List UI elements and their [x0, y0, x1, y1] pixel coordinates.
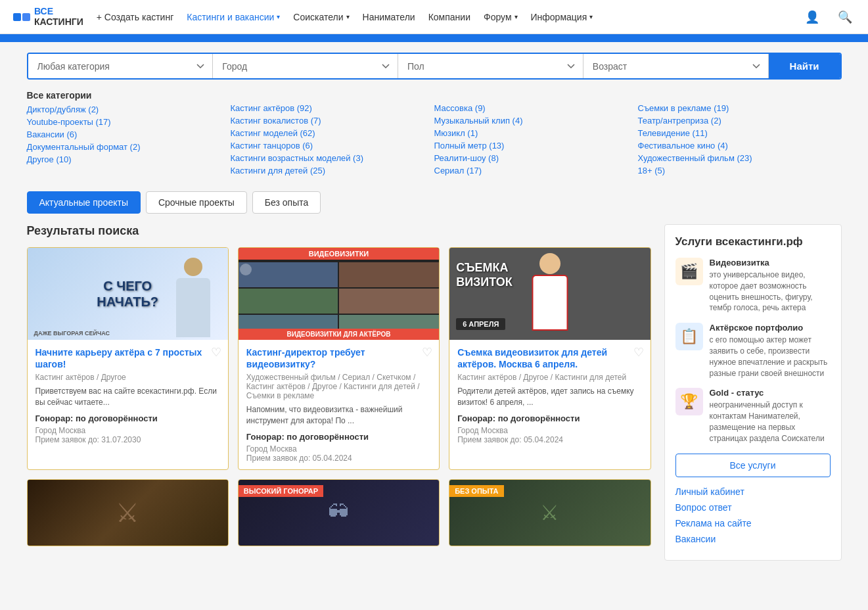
search-icon[interactable]: 🔍	[835, 7, 855, 27]
favorite-icon-1[interactable]: ♡	[211, 345, 221, 360]
filter-active-btn[interactable]: Актуальные проекты	[27, 191, 141, 214]
casting-card-5: ВЫСОКИЙ ГОНОРАР 🕶	[238, 479, 440, 546]
nav-nanimateli-link[interactable]: Наниматели	[363, 12, 415, 22]
card-deadline-2: Прием заявок до: 05.04.2024	[246, 454, 431, 463]
cat-link[interactable]: Кастинг моделей (62)	[231, 128, 428, 138]
service-text-3: Gold - статус неограниченный доступ к ко…	[710, 388, 831, 444]
nav-forum-link[interactable]: Форум ▾	[484, 12, 518, 22]
user-icon[interactable]: 👤	[802, 7, 822, 27]
service-item-1: 🎬 Видеовизитка это универсальное видео, …	[675, 258, 831, 314]
videovizitka-icon: 🎬	[675, 258, 703, 285]
cat-link[interactable]: Сериал (17)	[434, 166, 631, 176]
sidebar-links: Личный кабинет Вопрос ответ Реклама на с…	[675, 486, 831, 544]
card-person-figure	[169, 254, 218, 340]
cat-link[interactable]: Фестивальное кино (4)	[638, 141, 835, 151]
logo[interactable]: ВСЕ КАСТИНГИ	[13, 7, 83, 27]
sidebar-link-vacancies[interactable]: Вакансии	[675, 534, 831, 544]
cat-link[interactable]: Съемки в рекламе (19)	[638, 103, 835, 113]
card-deadline-3: Прием заявок до: 05.04.2024	[457, 435, 642, 444]
cat-link[interactable]: Кастинги возрастных моделей (3)	[231, 153, 428, 163]
service-item-2: 📋 Актёрское портфолио с его помощью акте…	[675, 323, 831, 379]
vg-cell	[339, 289, 439, 314]
sidebar-link-ads[interactable]: Реклама на сайте	[675, 518, 831, 528]
nav-kastingi-link[interactable]: Кастинги и вакансии ▾	[187, 12, 280, 22]
person-body	[176, 278, 210, 337]
search-button[interactable]: Найти	[769, 54, 840, 78]
results-title: Результаты поиска	[27, 224, 651, 238]
services-section: Услуги всекастинги.рф 🎬 Видеовизитка это…	[664, 224, 842, 561]
gender-select[interactable]: Пол	[398, 54, 583, 78]
favorite-icon-3[interactable]: ♡	[633, 345, 644, 360]
cat-link[interactable]: Массовка (9)	[434, 103, 631, 113]
blue-banner	[0, 34, 868, 42]
cat-link[interactable]: Реалити-шоу (8)	[434, 153, 631, 163]
create-casting-link[interactable]: + Создать кастинг	[97, 12, 173, 22]
categories-header: Все категории	[27, 90, 224, 101]
sidebar-link-cabinet[interactable]: Личный кабинет	[675, 486, 831, 497]
cat-link[interactable]: Другое (10)	[27, 154, 224, 164]
cat-link[interactable]: Документальный формат (2)	[27, 142, 224, 152]
card-image-4: ВЫСОКИЙ ГОНОРАР ⚔	[28, 480, 228, 546]
casting-card-1: С ЧЕГОНАЧАТЬ? ДАЖЕ ВЫГОРАЯ СЕЙЧАС ♡ Начн…	[27, 247, 229, 470]
casting-card-4: ВЫСОКИЙ ГОНОРАР ⚔	[27, 479, 229, 546]
logo-icon	[13, 13, 30, 21]
chevron-down-icon: ▾	[277, 13, 280, 20]
card-title-2[interactable]: Кастинг-директор требует видеовизитку?	[246, 346, 431, 370]
cat-link[interactable]: Мюзикл (1)	[434, 128, 631, 138]
age-select[interactable]: Возраст	[583, 54, 769, 78]
card-image-6: БЕЗ ОПЫТА ⚔	[449, 480, 650, 546]
categories-section: Все категории Диктор/дубляж (2) Youtube-…	[27, 90, 842, 178]
cat-link[interactable]: Кастинги для детей (25)	[231, 166, 428, 176]
cat-link[interactable]: Кастинг актёров (92)	[231, 103, 428, 113]
filter-urgent-btn[interactable]: Срочные проекты	[146, 191, 247, 214]
casting-card-6: БЕЗ ОПЫТА ⚔	[449, 479, 651, 546]
card-red-banner-2: ВИДЕОВИЗИТКИ	[239, 248, 439, 260]
logo-text: ВСЕ КАСТИНГИ	[34, 7, 83, 27]
nav-kompanii-link[interactable]: Компании	[428, 12, 470, 22]
search-bar: Любая категория Город Пол Возраст Найти	[27, 53, 842, 80]
cards-area: Результаты поиска С ЧЕГОНАЧАТЬ? ДАЖЕ ВЫГ…	[27, 224, 651, 571]
nav-info-link[interactable]: Информация ▾	[531, 12, 593, 22]
cat-link[interactable]: Полный метр (13)	[434, 141, 631, 151]
service-name-1: Видеовизитка	[710, 258, 831, 268]
card-desc-2: Напомним, что видеовизитка - важнейший и…	[246, 404, 431, 427]
card-img-icon-6: ⚔	[540, 500, 559, 525]
category-select[interactable]: Любая категория	[28, 54, 214, 78]
all-services-button[interactable]: Все услуги	[675, 454, 831, 477]
service-item-3: 🏆 Gold - статус неограниченный доступ к …	[675, 388, 831, 444]
favorite-icon-2[interactable]: ♡	[422, 345, 432, 360]
card-fee-1: Гонорар: по договорённости	[35, 413, 220, 423]
cat-link[interactable]: 18+ (5)	[638, 166, 835, 176]
filter-noexp-btn[interactable]: Без опыта	[252, 191, 321, 214]
cat-link[interactable]: Художественный фильм (23)	[638, 153, 835, 163]
cat-link[interactable]: Youtube-проекты (17)	[27, 117, 224, 127]
cat-col-3: Массовка (9) Музыкальный клип (4) Мюзикл…	[434, 90, 638, 178]
cat-link[interactable]: Кастинг танцоров (6)	[231, 141, 428, 151]
services-title: Услуги всекастинги.рф	[675, 235, 831, 248]
card-location-1: Город Москва	[35, 426, 220, 435]
card-img-icon-4: ⚔	[116, 498, 139, 528]
cat-link[interactable]: Телевидение (11)	[638, 128, 835, 138]
casting-card-3: СЪЕМКАВИЗИТОК 6 АПРЕЛЯ ♡ Съемка видеовиз…	[449, 247, 651, 470]
card-title-3[interactable]: Съемка видеовизиток для детей актёров. М…	[457, 346, 642, 370]
cat-link[interactable]: Музыкальный клип (4)	[434, 116, 631, 126]
card-title-1[interactable]: Начните карьеру актёра с 7 простых шагов…	[35, 346, 220, 370]
sidebar-link-faq[interactable]: Вопрос ответ	[675, 502, 831, 513]
gold-icon: 🏆	[675, 388, 703, 415]
card-image-3: СЪЕМКАВИЗИТОК 6 АПРЕЛЯ	[449, 248, 650, 340]
card-img-text-1: С ЧЕГОНАЧАТЬ?	[97, 278, 158, 310]
cat-link[interactable]: Кастинг вокалистов (7)	[231, 116, 428, 126]
city-select[interactable]: Город	[213, 54, 398, 78]
card-img-date-3: 6 АПРЕЛЯ	[456, 318, 505, 330]
cat-link[interactable]: Театр/антреприза (2)	[638, 116, 835, 126]
service-desc-1: это универсальное видео, которое дает во…	[710, 270, 831, 314]
cat-link[interactable]: Вакансии (6)	[27, 129, 224, 139]
chevron-down-icon: ▾	[514, 13, 518, 20]
vg-cell	[339, 262, 439, 287]
card-img-bg-4: ⚔	[28, 480, 228, 546]
nav-soiskatel-link[interactable]: Соискатели ▾	[293, 12, 349, 22]
card-bottom-banner-2: ВИДЕОВИЗИТКИ ДЛЯ АКТЁРОВ	[239, 329, 439, 340]
card-img-bg-6: ⚔	[449, 480, 650, 546]
cat-link[interactable]: Диктор/дубляж (2)	[27, 105, 224, 114]
card-img-subtitle-1: ДАЖЕ ВЫГОРАЯ СЕЙЧАС	[34, 330, 110, 337]
